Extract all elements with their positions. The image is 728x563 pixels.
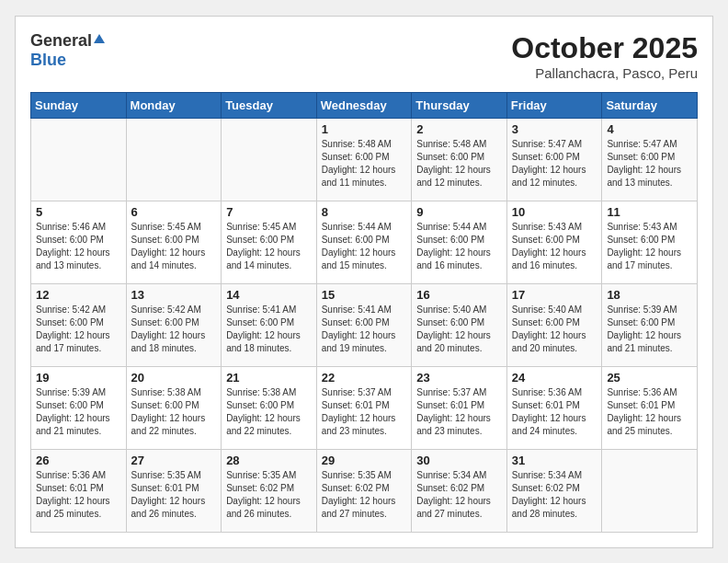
month-title: October 2025	[511, 31, 698, 65]
day-info: Sunrise: 5:44 AM Sunset: 6:00 PM Dayligh…	[322, 221, 407, 272]
day-cell: 29Sunrise: 5:35 AM Sunset: 6:02 PM Dayli…	[316, 449, 412, 532]
day-number: 20	[131, 371, 217, 385]
day-info: Sunrise: 5:41 AM Sunset: 6:00 PM Dayligh…	[226, 304, 312, 355]
day-number: 8	[322, 205, 407, 219]
day-cell: 27Sunrise: 5:35 AM Sunset: 6:01 PM Dayli…	[126, 449, 222, 532]
day-number: 17	[512, 288, 597, 302]
header-row: SundayMondayTuesdayWednesdayThursdayFrid…	[31, 92, 698, 118]
day-number: 23	[416, 371, 502, 385]
week-row-2: 5Sunrise: 5:46 AM Sunset: 6:00 PM Daylig…	[31, 201, 698, 283]
day-header-sunday: Sunday	[31, 92, 127, 118]
day-cell: 12Sunrise: 5:42 AM Sunset: 6:00 PM Dayli…	[31, 283, 127, 366]
day-cell: 21Sunrise: 5:38 AM Sunset: 6:00 PM Dayli…	[222, 366, 317, 449]
day-cell: 8Sunrise: 5:44 AM Sunset: 6:00 PM Daylig…	[316, 201, 412, 283]
day-number: 12	[36, 288, 121, 302]
location-title: Pallanchacra, Pasco, Peru	[511, 65, 698, 81]
day-info: Sunrise: 5:43 AM Sunset: 6:00 PM Dayligh…	[607, 221, 692, 272]
title-area: October 2025 Pallanchacra, Pasco, Peru	[511, 31, 698, 81]
day-cell: 30Sunrise: 5:34 AM Sunset: 6:02 PM Dayli…	[412, 449, 507, 532]
day-number: 24	[512, 371, 597, 385]
day-info: Sunrise: 5:36 AM Sunset: 6:01 PM Dayligh…	[512, 386, 597, 438]
day-cell	[31, 118, 127, 201]
day-cell: 14Sunrise: 5:41 AM Sunset: 6:00 PM Dayli…	[222, 283, 317, 366]
day-header-friday: Friday	[506, 92, 602, 118]
week-row-5: 26Sunrise: 5:36 AM Sunset: 6:01 PM Dayli…	[31, 449, 698, 532]
day-number: 27	[131, 454, 217, 467]
header-area: General Blue October 2025 Pallanchacra, …	[30, 31, 698, 81]
calendar-wrapper: General Blue October 2025 Pallanchacra, …	[15, 16, 713, 548]
day-cell: 20Sunrise: 5:38 AM Sunset: 6:00 PM Dayli…	[126, 366, 222, 449]
day-cell: 11Sunrise: 5:43 AM Sunset: 6:00 PM Dayli…	[602, 201, 698, 283]
day-number: 25	[607, 371, 692, 385]
day-cell: 16Sunrise: 5:40 AM Sunset: 6:00 PM Dayli…	[412, 283, 507, 366]
day-info: Sunrise: 5:45 AM Sunset: 6:00 PM Dayligh…	[226, 221, 312, 272]
day-cell: 9Sunrise: 5:44 AM Sunset: 6:00 PM Daylig…	[412, 201, 507, 283]
day-cell: 26Sunrise: 5:36 AM Sunset: 6:01 PM Dayli…	[31, 449, 127, 532]
day-header-saturday: Saturday	[602, 92, 698, 118]
day-info: Sunrise: 5:45 AM Sunset: 6:00 PM Dayligh…	[131, 221, 217, 272]
day-cell: 31Sunrise: 5:34 AM Sunset: 6:02 PM Dayli…	[506, 449, 602, 532]
day-number: 13	[131, 288, 217, 302]
day-info: Sunrise: 5:42 AM Sunset: 6:00 PM Dayligh…	[131, 304, 217, 355]
day-cell: 5Sunrise: 5:46 AM Sunset: 6:00 PM Daylig…	[31, 201, 127, 283]
day-info: Sunrise: 5:48 AM Sunset: 6:00 PM Dayligh…	[322, 138, 407, 190]
day-number: 11	[607, 205, 692, 219]
day-info: Sunrise: 5:36 AM Sunset: 6:01 PM Dayligh…	[607, 386, 692, 438]
day-cell: 22Sunrise: 5:37 AM Sunset: 6:01 PM Dayli…	[316, 366, 412, 449]
day-cell: 6Sunrise: 5:45 AM Sunset: 6:00 PM Daylig…	[126, 201, 222, 283]
logo: General Blue	[30, 31, 107, 70]
day-number: 4	[607, 122, 692, 136]
day-number: 28	[226, 454, 312, 467]
day-cell: 3Sunrise: 5:47 AM Sunset: 6:00 PM Daylig…	[506, 118, 602, 201]
day-number: 14	[226, 288, 312, 302]
day-number: 19	[36, 371, 121, 385]
day-number: 3	[512, 122, 597, 136]
day-cell: 13Sunrise: 5:42 AM Sunset: 6:00 PM Dayli…	[126, 283, 222, 366]
day-cell: 24Sunrise: 5:36 AM Sunset: 6:01 PM Dayli…	[506, 366, 602, 449]
day-info: Sunrise: 5:37 AM Sunset: 6:01 PM Dayligh…	[416, 386, 502, 438]
day-number: 10	[512, 205, 597, 219]
day-cell	[126, 118, 222, 201]
day-cell: 10Sunrise: 5:43 AM Sunset: 6:00 PM Dayli…	[506, 201, 602, 283]
day-info: Sunrise: 5:42 AM Sunset: 6:00 PM Dayligh…	[36, 304, 121, 355]
day-header-monday: Monday	[126, 92, 222, 118]
day-info: Sunrise: 5:39 AM Sunset: 6:00 PM Dayligh…	[36, 386, 121, 438]
week-row-4: 19Sunrise: 5:39 AM Sunset: 6:00 PM Dayli…	[31, 366, 698, 449]
day-header-thursday: Thursday	[412, 92, 507, 118]
day-number: 22	[322, 371, 407, 385]
day-cell: 7Sunrise: 5:45 AM Sunset: 6:00 PM Daylig…	[222, 201, 317, 283]
day-header-wednesday: Wednesday	[316, 92, 412, 118]
day-info: Sunrise: 5:35 AM Sunset: 6:02 PM Dayligh…	[226, 469, 312, 521]
day-number: 2	[416, 122, 502, 136]
day-number: 30	[416, 454, 502, 467]
logo-blue-text: Blue	[30, 51, 66, 69]
day-info: Sunrise: 5:47 AM Sunset: 6:00 PM Dayligh…	[512, 138, 597, 190]
day-info: Sunrise: 5:46 AM Sunset: 6:00 PM Dayligh…	[36, 221, 121, 272]
day-info: Sunrise: 5:38 AM Sunset: 6:00 PM Dayligh…	[131, 386, 217, 438]
day-cell: 1Sunrise: 5:48 AM Sunset: 6:00 PM Daylig…	[316, 118, 412, 201]
day-cell: 15Sunrise: 5:41 AM Sunset: 6:00 PM Dayli…	[316, 283, 412, 366]
day-cell: 23Sunrise: 5:37 AM Sunset: 6:01 PM Dayli…	[412, 366, 507, 449]
day-info: Sunrise: 5:38 AM Sunset: 6:00 PM Dayligh…	[226, 386, 312, 438]
day-number: 15	[322, 288, 407, 302]
day-number: 29	[322, 454, 407, 467]
day-cell: 25Sunrise: 5:36 AM Sunset: 6:01 PM Dayli…	[602, 366, 698, 449]
day-cell: 2Sunrise: 5:48 AM Sunset: 6:00 PM Daylig…	[412, 118, 507, 201]
day-info: Sunrise: 5:34 AM Sunset: 6:02 PM Dayligh…	[416, 469, 502, 521]
day-cell	[602, 449, 698, 532]
day-number: 21	[226, 371, 312, 385]
day-number: 1	[322, 122, 407, 136]
day-number: 5	[36, 205, 121, 219]
day-info: Sunrise: 5:40 AM Sunset: 6:00 PM Dayligh…	[512, 304, 597, 355]
day-cell: 28Sunrise: 5:35 AM Sunset: 6:02 PM Dayli…	[222, 449, 317, 532]
day-cell: 18Sunrise: 5:39 AM Sunset: 6:00 PM Dayli…	[602, 283, 698, 366]
day-info: Sunrise: 5:35 AM Sunset: 6:02 PM Dayligh…	[322, 469, 407, 521]
day-number: 7	[226, 205, 312, 219]
day-info: Sunrise: 5:39 AM Sunset: 6:00 PM Dayligh…	[607, 304, 692, 355]
day-number: 26	[36, 454, 121, 467]
day-info: Sunrise: 5:43 AM Sunset: 6:00 PM Dayligh…	[512, 221, 597, 272]
day-info: Sunrise: 5:40 AM Sunset: 6:00 PM Dayligh…	[416, 304, 502, 355]
day-info: Sunrise: 5:34 AM Sunset: 6:02 PM Dayligh…	[512, 469, 597, 521]
day-number: 31	[512, 454, 597, 467]
day-info: Sunrise: 5:37 AM Sunset: 6:01 PM Dayligh…	[322, 386, 407, 438]
